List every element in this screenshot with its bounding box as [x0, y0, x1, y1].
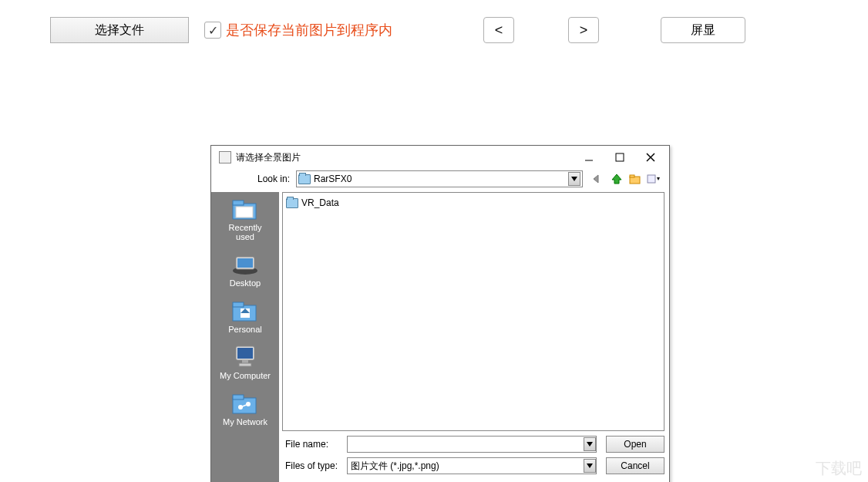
sidebar-item-recent[interactable]: Recentlyused	[214, 197, 276, 241]
dialog-bottom-rows: File name: Open Files of type: 图片文件 (*.j…	[279, 434, 669, 482]
cancel-button[interactable]: Cancel	[606, 457, 664, 474]
dialog-body: Recentlyused Desktop Personal My Compute…	[211, 192, 669, 482]
svg-marker-10	[657, 177, 660, 180]
svg-rect-23	[242, 360, 248, 363]
svg-marker-6	[612, 174, 621, 184]
lookin-label: Look in:	[219, 174, 296, 184]
svg-rect-18	[233, 302, 244, 307]
recent-folder-icon	[230, 197, 260, 221]
sidebar-label-network: My Network	[223, 417, 267, 426]
new-folder-icon[interactable]	[627, 171, 643, 187]
sidebar-item-network[interactable]: My Network	[214, 391, 276, 426]
personal-folder-icon	[230, 298, 260, 323]
svg-rect-24	[239, 363, 251, 366]
dialog-titlebar: 请选择全景图片	[211, 146, 669, 169]
chevron-down-icon	[568, 172, 580, 186]
dialog-main-panel: VR_Data File name: Open Files of type: 图…	[279, 192, 669, 482]
svg-rect-16	[237, 258, 253, 268]
file-item[interactable]: VR_Data	[286, 196, 661, 210]
sidebar-label-personal: Personal	[228, 325, 261, 334]
close-button[interactable]	[635, 148, 666, 167]
open-button[interactable]: Open	[606, 436, 664, 453]
filetype-dropdown[interactable]: 图片文件 (*.jpg,*.png)	[347, 457, 597, 474]
file-open-dialog: 请选择全景图片 Look in: RarSFX0	[210, 145, 670, 482]
lookin-dropdown[interactable]: RarSFX0	[296, 170, 583, 187]
sidebar-label-computer: My Computer	[220, 371, 271, 380]
filetype-value: 图片文件 (*.jpg,*.png)	[351, 460, 584, 473]
svg-rect-13	[236, 207, 253, 217]
check-icon: ✓	[208, 23, 218, 38]
save-checkbox-label: 是否保存当前图片到程序内	[226, 21, 392, 39]
filetype-label: Files of type:	[285, 460, 347, 471]
dialog-title: 请选择全景图片	[236, 151, 574, 164]
svg-rect-12	[233, 201, 244, 205]
file-item-name: VR_Data	[301, 197, 339, 208]
maximize-icon	[615, 153, 624, 162]
svg-rect-1	[616, 153, 624, 161]
next-button[interactable]: >	[568, 17, 599, 43]
lookin-value: RarSFX0	[314, 174, 568, 184]
folder-icon	[286, 198, 298, 208]
svg-marker-30	[587, 442, 593, 447]
svg-marker-31	[587, 463, 593, 468]
places-sidebar: Recentlyused Desktop Personal My Compute…	[211, 192, 279, 482]
dialog-icon	[219, 151, 231, 163]
filename-label: File name:	[285, 439, 347, 450]
svg-marker-5	[594, 175, 598, 183]
sidebar-item-personal[interactable]: Personal	[214, 298, 276, 334]
sidebar-label-desktop: Desktop	[230, 278, 261, 288]
svg-rect-22	[237, 348, 253, 359]
up-icon[interactable]	[609, 171, 624, 187]
watermark: 下载吧	[816, 458, 862, 479]
screen-display-button[interactable]: 屏显	[661, 17, 745, 43]
svg-rect-26	[233, 395, 244, 399]
svg-rect-8	[630, 175, 634, 177]
back-icon[interactable]	[590, 171, 606, 187]
minimize-button[interactable]	[574, 148, 604, 167]
desktop-icon	[230, 252, 260, 277]
sidebar-label-recent: Recentlyused	[229, 223, 262, 241]
sidebar-item-computer[interactable]: My Computer	[214, 345, 276, 380]
main-toolbar: 选择文件 ✓ 是否保存当前图片到程序内 < > 屏显	[0, 17, 868, 43]
save-checkbox[interactable]: ✓	[204, 22, 221, 39]
folder-icon	[298, 174, 311, 184]
sidebar-item-desktop[interactable]: Desktop	[214, 252, 276, 288]
network-folder-icon	[230, 391, 260, 416]
view-menu-icon[interactable]	[646, 171, 661, 187]
dialog-nav-icons	[590, 171, 661, 187]
filetype-row: Files of type: 图片文件 (*.jpg,*.png) Cancel	[285, 457, 664, 474]
maximize-button[interactable]	[604, 148, 635, 167]
chevron-down-icon	[584, 459, 596, 473]
minimize-icon	[584, 153, 594, 162]
computer-icon	[230, 345, 260, 369]
svg-marker-4	[571, 177, 577, 181]
lookin-row: Look in: RarSFX0	[211, 169, 669, 192]
chevron-down-icon	[584, 437, 596, 451]
file-list[interactable]: VR_Data	[282, 192, 664, 431]
filename-input[interactable]	[347, 436, 597, 453]
prev-button[interactable]: <	[483, 17, 514, 43]
svg-rect-9	[648, 175, 655, 183]
select-file-button[interactable]: 选择文件	[50, 17, 189, 43]
filename-row: File name: Open	[285, 436, 664, 453]
save-checkbox-wrap: ✓ 是否保存当前图片到程序内	[204, 21, 392, 39]
close-icon	[646, 153, 655, 162]
